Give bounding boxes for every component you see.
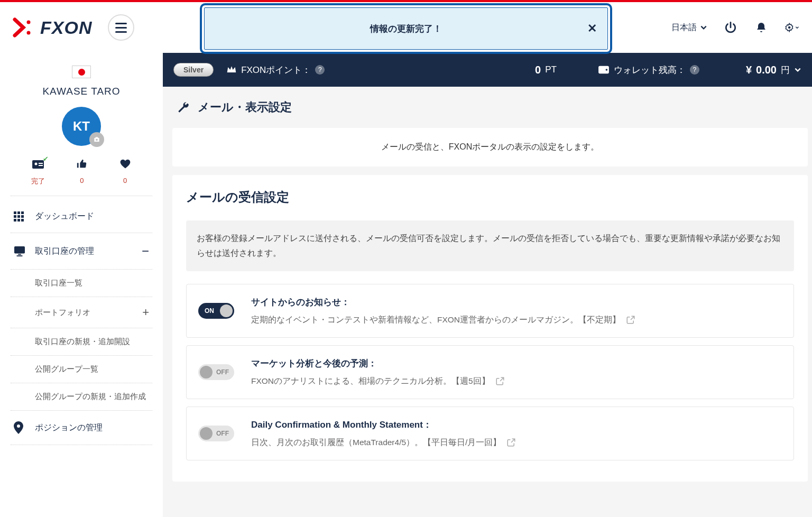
stat-verification[interactable]: ✔ 完了	[31, 156, 45, 186]
header: FXON 日本語 情報の更新完了！ ✕	[0, 2, 812, 53]
svg-point-3	[96, 139, 98, 141]
nav-label: 取引口座一覧	[35, 278, 82, 288]
check-icon: ✔	[43, 155, 49, 163]
tier-badge: Silver	[173, 63, 214, 77]
toggle-switch[interactable]: OFF	[198, 426, 234, 441]
svg-rect-17	[14, 246, 25, 254]
thumbs-up-icon	[76, 158, 88, 170]
menu-toggle-button[interactable]	[108, 14, 134, 41]
setting-desc: 日次、月次のお取引履歴（MetaTrader4/5）。【平日毎日/月一回】	[251, 437, 501, 448]
chevron-down-icon	[795, 24, 799, 31]
nav-positions[interactable]: ポジションの管理	[11, 411, 152, 445]
nav-label: ポートフォリオ	[35, 308, 90, 318]
power-button[interactable]	[723, 20, 738, 35]
nav-label: ポジションの管理	[35, 422, 103, 433]
main-content: Silver FXONポイント： ? 0 PT ウォレット残高： ?	[163, 53, 812, 517]
svg-rect-9	[17, 211, 20, 214]
grid-icon	[14, 211, 27, 222]
svg-point-0	[27, 21, 31, 24]
page-header: メール・表示設定	[172, 99, 808, 115]
svg-rect-18	[18, 254, 21, 255]
nav-label: ダッシュボード	[35, 211, 94, 222]
svg-rect-15	[17, 219, 20, 221]
setting-desc: 定期的なイベント・コンテストや新着情報など、FXON運営者からのメールマガジン。…	[251, 315, 621, 326]
setting-site-news: ON サイトからのお知らせ： 定期的なイベント・コンテストや新着情報など、FXO…	[186, 284, 794, 338]
external-link-icon[interactable]	[506, 438, 516, 447]
settings-button[interactable]	[785, 20, 799, 35]
logo-text: FXON	[40, 17, 92, 38]
setting-market-analysis: OFF マーケット分析と今後の予測： FXONのアナリストによる、相場のテクニカ…	[186, 345, 794, 399]
setting-daily-statement: OFF Daily Confirmation & Monthly Stateme…	[186, 407, 794, 460]
svg-point-2	[788, 26, 791, 29]
logo-mark-icon	[13, 15, 37, 40]
nav-label: 取引口座の管理	[35, 246, 94, 257]
status-bar: Silver FXONポイント： ? 0 PT ウォレット残高： ?	[163, 53, 812, 87]
toggle-switch[interactable]: OFF	[198, 364, 234, 380]
sidebar: KAWASE TARO KT ✔ 完了	[0, 53, 163, 517]
balance-value[interactable]: ¥ 0.00 円	[746, 64, 801, 76]
crown-icon	[226, 65, 237, 75]
stat-favorites[interactable]: 0	[119, 156, 132, 186]
stat-value: 0	[76, 177, 88, 184]
help-icon[interactable]: ?	[690, 65, 699, 75]
nav-label: 取引口座の新規・追加開設	[35, 337, 130, 347]
expand-icon: +	[142, 306, 149, 319]
wallet-icon	[598, 65, 610, 75]
banner-message: 情報の更新完了！	[370, 23, 442, 35]
heart-icon	[119, 158, 132, 170]
logo[interactable]: FXON	[13, 15, 92, 40]
setting-title: Daily Confirmation & Monthly Statement：	[251, 419, 782, 431]
svg-rect-4	[32, 160, 44, 169]
nav-label: 公開グループの新規・追加作成	[35, 392, 146, 402]
monitor-icon	[14, 246, 27, 256]
user-name: KAWASE TARO	[11, 86, 152, 97]
svg-point-1	[27, 31, 31, 35]
toggle-switch[interactable]: ON	[198, 303, 234, 319]
external-link-icon[interactable]	[495, 376, 505, 386]
pin-icon	[14, 421, 27, 434]
nav-accounts[interactable]: 取引口座の管理 −	[11, 233, 152, 270]
svg-rect-12	[17, 215, 20, 218]
setting-title: サイトからのお知らせ：	[251, 296, 782, 308]
stat-value: 完了	[31, 177, 45, 186]
section-title: メールの受信設定	[186, 189, 794, 206]
svg-rect-7	[39, 165, 43, 166]
svg-rect-8	[14, 211, 16, 214]
points-value: 0 PT	[535, 64, 557, 76]
nav-account-list[interactable]: 取引口座一覧	[11, 270, 152, 297]
setting-desc: FXONのアナリストによる、相場のテクニカル分析。【週5回】	[251, 376, 490, 387]
help-icon[interactable]: ?	[315, 65, 325, 75]
svg-rect-13	[21, 215, 24, 218]
nav-new-group[interactable]: 公開グループの新規・追加作成	[11, 383, 152, 411]
nav-portfolio[interactable]: ポートフォリオ+	[11, 297, 152, 328]
external-link-icon[interactable]	[626, 315, 635, 325]
page-title: メール・表示設定	[198, 99, 292, 115]
nav-dashboard[interactable]: ダッシュボード	[11, 200, 152, 233]
stat-value: 0	[119, 177, 132, 184]
wrench-icon	[177, 100, 190, 114]
avatar[interactable]: KT	[62, 107, 101, 146]
profile-stats: ✔ 完了 0 0	[11, 156, 152, 196]
language-label: 日本語	[671, 22, 697, 33]
nav-new-account[interactable]: 取引口座の新規・追加開設	[11, 328, 152, 356]
stat-likes[interactable]: 0	[76, 156, 88, 186]
banner-close-button[interactable]: ✕	[587, 22, 597, 35]
setting-title: マーケット分析と今後の予測：	[251, 357, 782, 370]
nav-label: 公開グループ一覧	[35, 364, 98, 374]
wallet-display: ウォレット残高： ?	[598, 64, 699, 76]
svg-rect-14	[14, 219, 16, 221]
collapse-icon: −	[142, 244, 149, 258]
camera-icon[interactable]	[89, 132, 104, 147]
chevron-down-icon	[794, 66, 801, 73]
svg-point-21	[606, 69, 608, 71]
svg-rect-10	[21, 211, 24, 214]
bell-icon	[755, 21, 768, 34]
svg-point-5	[35, 163, 38, 165]
nav-group-list[interactable]: 公開グループ一覧	[11, 356, 152, 383]
language-selector[interactable]: 日本語	[671, 22, 707, 33]
gear-icon	[785, 20, 794, 35]
settings-card: メールの受信設定 お客様の登録メールアドレスに送付される、メールの受信可否を設定…	[172, 175, 808, 482]
power-icon	[724, 21, 737, 34]
notifications-button[interactable]	[754, 20, 769, 35]
intro-text: メールの受信と、FXONポータルの表示の設定をします。	[381, 142, 599, 151]
